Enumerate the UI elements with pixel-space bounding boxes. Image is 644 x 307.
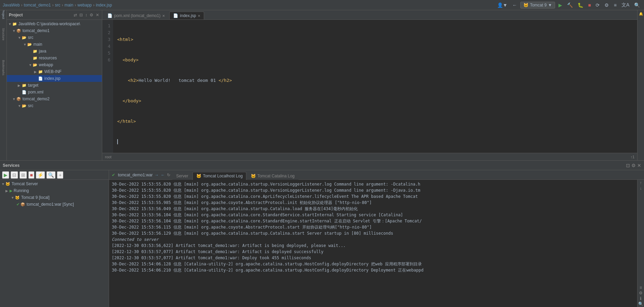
main-area: Project Structure Bookmarks Project ⇄ ⊟ … — [0, 10, 644, 160]
service-item-tomcat9[interactable]: ▼ 🐱 Tomcat 9 [local] — [0, 194, 109, 201]
tree-item-demo2[interactable]: ▼ 📦 tomcat_demo2 — [7, 96, 102, 102]
sdk-button[interactable]: ≡ — [612, 2, 618, 9]
tree-label-demo1: tomcat_demo1 — [22, 28, 49, 33]
scroll-settings-btn[interactable]: ≡ — [640, 285, 642, 290]
log-tab-localhost[interactable]: 🐱 Tomcat Localhost Log — [193, 172, 246, 180]
editor-tabs: 📄 pom.xml (tomcat_demo1) ✕ 📄 index.jsp ✕ — [102, 10, 637, 20]
stop-service-button[interactable]: ■ — [28, 171, 34, 179]
code-editor[interactable]: <html> <body> <h2>Hello World! tomcat de… — [113, 20, 637, 153]
code-line-2: <body> — [117, 57, 634, 63]
filter-service-button[interactable]: ⚡ — [36, 171, 45, 179]
sync-icon[interactable]: ⇄ — [73, 12, 78, 18]
tree-item-resources[interactable]: 📁 resources — [7, 55, 102, 61]
folder-icon-javaweb: 📁 — [12, 22, 17, 26]
tree-label-resources: resources — [39, 56, 57, 60]
add-service-button[interactable]: + — [57, 171, 63, 179]
editor-area: 📄 pom.xml (tomcat_demo1) ✕ 📄 index.jsp ✕… — [102, 10, 637, 160]
tree-item-src2[interactable]: ▼ 📂 src — [7, 102, 102, 109]
notifications-icon[interactable]: 🔔 — [639, 12, 643, 16]
expand-service-icon[interactable]: ⊡ — [626, 163, 630, 168]
gear-icon[interactable]: ⚙ — [89, 12, 94, 18]
breadcrumb-webapp[interactable]: webapp — [77, 3, 92, 8]
tree-item-tomcat-demo1[interactable]: ▼ 📦 tomcat_demo1 — [7, 27, 102, 34]
expand-icon[interactable]: ↕ — [85, 12, 88, 18]
log-content[interactable]: 30-Dec-2022 15:53:55.820 信息 [main] org.a… — [109, 180, 637, 307]
reload-button[interactable]: ⟳ — [594, 2, 601, 9]
close-service-icon[interactable]: ✕ — [637, 163, 641, 168]
tab-pom[interactable]: 📄 pom.xml (tomcat_demo1) ✕ — [104, 12, 169, 19]
scroll-filter-btn[interactable]: 🔍 — [638, 302, 643, 306]
settings-service-icon[interactable]: ⚙ — [631, 163, 636, 168]
tree-item-main[interactable]: ▼ 📂 main — [7, 41, 102, 48]
breadcrumb-file[interactable]: index.jsp — [96, 3, 112, 8]
scroll-up-btn[interactable]: ↑ — [640, 180, 642, 185]
tree-label-target: target — [28, 83, 39, 88]
tab-pom-close[interactable]: ✕ — [162, 14, 165, 18]
src2-icon: 📂 — [22, 104, 27, 108]
log-arrow-right[interactable]: → — [155, 173, 159, 177]
log-checkmark: ✔ — [112, 173, 115, 177]
tree-item-javaweb[interactable]: ▼ 📁 JavaWeb C:\java\idea-workspace\ — [7, 20, 102, 27]
breadcrumb-src[interactable]: src — [55, 3, 60, 8]
log-line: 30-Dec-2022 15:53:56.104 信息 [main] org.a… — [112, 218, 634, 224]
editor-content[interactable]: 1 2 3 4 5 6 <html> <body> <h2>Hello Worl… — [102, 20, 637, 153]
service-label-tomcat-server: Tomcat Server — [12, 181, 38, 186]
structure-icon[interactable]: Structure — [1, 31, 6, 37]
right-sidebar-icons: 🔔 — [637, 10, 644, 160]
run-config-selector[interactable]: 🐱 Tomcat 9 ▼ — [520, 2, 555, 9]
close-panel-icon[interactable]: ✕ — [95, 12, 100, 18]
service-item-tomcat-server[interactable]: ▼ 🐱 Tomcat Server — [0, 180, 109, 187]
breadcrumb-main[interactable]: main — [64, 3, 73, 8]
stop-button[interactable]: ■ — [587, 2, 592, 9]
service-label-running: Running — [14, 188, 29, 193]
translate-button[interactable]: 文A — [620, 1, 631, 9]
start-service-button[interactable]: ▶ — [2, 171, 9, 179]
profile-button[interactable]: 👤▼ — [496, 2, 509, 9]
tree-item-webapp[interactable]: ▼ 📂 webapp — [7, 61, 102, 68]
log-line: [2022-12-30 03:53:57,077] Artifact tomca… — [112, 255, 634, 261]
log-line: Connected to server — [112, 236, 634, 243]
tree-item-src[interactable]: ▼ 📂 src — [7, 34, 102, 41]
settings-button[interactable]: ⚙ — [603, 2, 610, 9]
log-artifact-label: tomcat_demo1:war — [118, 173, 153, 177]
code-line-1: <html> — [117, 36, 634, 43]
breadcrumb-module[interactable]: tomcat_demo1 — [24, 3, 51, 8]
filter2-service-button[interactable]: 🔍 — [46, 171, 56, 179]
tab-index[interactable]: 📄 index.jsp ✕ — [169, 12, 204, 19]
module-icon-demo1: 📦 — [16, 29, 21, 33]
tab-pom-icon: 📄 — [107, 13, 112, 18]
search-button[interactable]: 🔍 — [633, 2, 641, 9]
log-arrow-left[interactable]: ← — [161, 173, 165, 177]
log-tab-server[interactable]: Server — [172, 172, 192, 180]
service-label-war: tomcat_demo1:war [Sync] — [27, 202, 74, 207]
services-title: Services — [3, 163, 19, 168]
tomcat-server-icon: 🐱 — [5, 182, 10, 186]
collapse-all-icon[interactable]: ⊟ — [79, 12, 83, 18]
module-icon-demo2: 📦 — [16, 97, 21, 101]
scroll-down-btn[interactable]: ↓ — [640, 186, 642, 191]
run-button[interactable]: ▶ — [557, 2, 564, 9]
tree-item-target[interactable]: ▶ 📁 target — [7, 82, 102, 89]
service-item-running[interactable]: ▶ ▶ Running — [0, 187, 109, 194]
back-button[interactable]: ← — [511, 2, 518, 9]
expand-service-button[interactable]: ⊞ — [19, 171, 27, 179]
breadcrumb-javaweb[interactable]: JavaWeb — [3, 3, 20, 8]
project-icon[interactable]: Project — [1, 12, 6, 17]
build-button[interactable]: 🔨 — [566, 2, 574, 9]
scroll-info-btn[interactable]: ℹ — [640, 296, 642, 301]
debug-button[interactable]: 🐛 — [576, 2, 585, 9]
code-line-6 — [117, 138, 634, 145]
tree-label-demo2: tomcat_demo2 — [22, 97, 49, 101]
tree-item-pom[interactable]: 📄 pom.xml — [7, 89, 102, 96]
tree-item-webinf[interactable]: ▶ 📁 WEB-INF — [7, 68, 102, 75]
collapse-service-button[interactable]: ⊟ — [11, 171, 18, 179]
scroll-gear-btn[interactable]: ⚙ — [639, 291, 643, 295]
bookmarks-icon[interactable]: Bookmarks — [1, 65, 6, 70]
tree-item-index-jsp[interactable]: 📄 index.jsp — [7, 75, 102, 82]
tab-index-close[interactable]: ✕ — [198, 14, 200, 18]
tree-item-java[interactable]: 📁 java — [7, 48, 102, 55]
service-item-war[interactable]: ✔ 📦 tomcat_demo1:war [Sync] — [0, 201, 109, 208]
log-arrow-refresh[interactable]: ↻ — [167, 173, 170, 177]
log-tab-catalina[interactable]: 🐱 Tomcat Catalina Log — [247, 172, 298, 180]
log-line: [2022-12-30 03:53:57,077] Artifact tomca… — [112, 249, 634, 255]
